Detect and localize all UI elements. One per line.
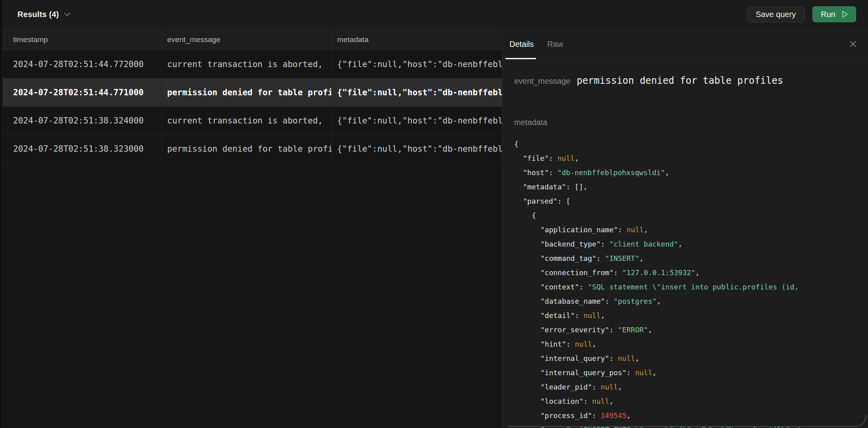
results-table: timestamp event_message metadata 2024-07… bbox=[0, 29, 502, 428]
metadata-json: {"file": null,"host": "db-nenbffeblpohxs… bbox=[514, 137, 860, 428]
event-message-value: permission denied for table profiles bbox=[577, 75, 783, 86]
json-line: "database_name": "postgres", bbox=[514, 294, 860, 308]
table-rows: 2024-07-28T02:51:44.772000current transa… bbox=[0, 50, 502, 163]
cell-event-message: current transaction is aborted, bbox=[162, 107, 332, 135]
table-row[interactable]: 2024-07-28T02:51:38.323000permission den… bbox=[0, 135, 502, 163]
cell-event-message: current transaction is aborted, bbox=[162, 50, 332, 78]
tab-raw[interactable]: Raw bbox=[547, 29, 563, 59]
cell-metadata: {"file":null,"host":"db-nenbffeblpohxsqw… bbox=[332, 79, 502, 106]
json-line: "connection_from": "127.0.0.1:53932", bbox=[514, 266, 860, 280]
json-line: "context": "SQL statement \"insert into … bbox=[514, 280, 860, 294]
table-row[interactable]: 2024-07-28T02:51:44.772000current transa… bbox=[0, 50, 502, 79]
editor-edge-divider bbox=[0, 0, 3, 428]
cell-metadata: {"file":null,"host":"db-nenbffeblpohxsqw… bbox=[332, 135, 502, 163]
json-line: { bbox=[514, 208, 860, 223]
cell-timestamp: 2024-07-28T02:51:44.772000 bbox=[0, 50, 162, 78]
run-button[interactable]: Run bbox=[812, 6, 856, 22]
table-row[interactable]: 2024-07-28T02:51:44.771000permission den… bbox=[0, 79, 502, 107]
cell-event-message: permission denied for table profiles bbox=[162, 135, 332, 163]
cell-event-message: permission denied for table profiles bbox=[162, 79, 332, 106]
json-line: "parsed": [ bbox=[514, 194, 860, 208]
json-line: { bbox=[514, 137, 860, 151]
json-line: "command_tag": "INSERT", bbox=[514, 251, 860, 266]
json-line: "detail": null, bbox=[514, 308, 860, 323]
close-icon bbox=[849, 40, 857, 48]
event-message-label: event_message bbox=[514, 77, 570, 86]
tab-details[interactable]: Details bbox=[509, 29, 534, 59]
details-panel: Details Raw event_message permission den… bbox=[502, 29, 868, 428]
results-count-label: Results (4) bbox=[17, 10, 59, 19]
json-line: "host": "db-nenbffeblpohxsqwsldi", bbox=[514, 166, 860, 180]
cell-metadata: {"file":null,"host":"db-nenbffeblpohxsqw… bbox=[332, 50, 502, 78]
toolbar-actions: Save query Run bbox=[747, 6, 856, 22]
column-header-metadata[interactable]: metadata bbox=[332, 29, 502, 50]
logs-explorer: Results (4) Save query Run timestamp eve… bbox=[0, 0, 868, 428]
panel-tab-bar: Details Raw bbox=[502, 29, 868, 60]
cell-timestamp: 2024-07-28T02:51:38.324000 bbox=[0, 107, 162, 135]
run-button-label: Run bbox=[821, 10, 835, 19]
json-line: "file": null, bbox=[514, 151, 860, 166]
table-header-row: timestamp event_message metadata bbox=[0, 29, 502, 50]
json-line: "leader_pid": null, bbox=[514, 380, 860, 394]
save-query-button[interactable]: Save query bbox=[747, 6, 804, 22]
cell-timestamp: 2024-07-28T02:51:38.323000 bbox=[0, 135, 162, 163]
close-panel-button[interactable] bbox=[847, 38, 859, 50]
play-icon bbox=[840, 10, 849, 19]
json-line: "hint": null, bbox=[514, 337, 860, 351]
json-line: "application_name": null, bbox=[514, 223, 860, 237]
json-line: "internal_query": null, bbox=[514, 351, 860, 366]
json-line: "internal_query_pos": null, bbox=[514, 366, 860, 380]
table-row[interactable]: 2024-07-28T02:51:38.324000current transa… bbox=[0, 107, 502, 135]
column-header-timestamp[interactable]: timestamp bbox=[0, 29, 162, 50]
json-line: "metadata": [], bbox=[514, 180, 860, 194]
cell-timestamp: 2024-07-28T02:51:44.771000 bbox=[0, 79, 162, 106]
json-line: "backend_type": "client backend", bbox=[514, 237, 860, 251]
cell-metadata: {"file":null,"host":"db-nenbffeblpohxsqw… bbox=[332, 107, 502, 135]
panel-body: event_message permission denied for tabl… bbox=[502, 60, 868, 428]
results-count-dropdown[interactable]: Results (4) bbox=[17, 10, 71, 19]
json-line: "location": null, bbox=[514, 394, 860, 409]
results-split: timestamp event_message metadata 2024-07… bbox=[0, 29, 868, 428]
json-line: "query": "INSERT INTO \"users\" (\"aud\"… bbox=[514, 423, 860, 428]
json-line: "error_severity": "ERROR", bbox=[514, 323, 860, 337]
results-toolbar: Results (4) Save query Run bbox=[0, 0, 868, 29]
event-message-section: event_message permission denied for tabl… bbox=[514, 75, 860, 86]
json-line: "process_id": 149545, bbox=[514, 409, 860, 423]
chevron-down-icon bbox=[64, 12, 71, 17]
column-header-event-message[interactable]: event_message bbox=[162, 29, 332, 50]
metadata-label: metadata bbox=[514, 118, 860, 127]
